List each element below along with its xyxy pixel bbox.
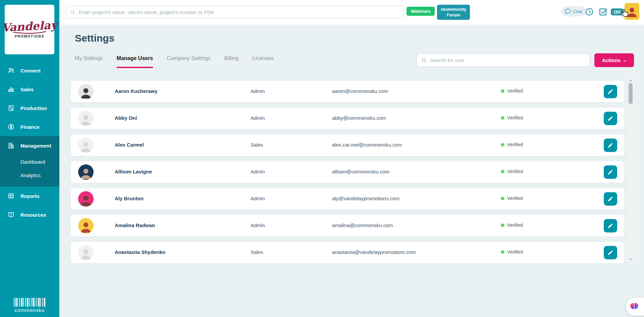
table-row: Abby Oni Admin abby@commonsku.com Verifi…: [71, 108, 624, 129]
chat-label: Chat: [573, 9, 582, 14]
table-row: Aly Brunton Admin aly@vandelaypromotions…: [71, 188, 624, 210]
user-role: Admin: [251, 115, 265, 121]
edit-user-button[interactable]: [604, 219, 617, 232]
avatar-person-icon: [79, 86, 93, 99]
status-badge: Verified: [501, 249, 523, 255]
avatar: [78, 218, 94, 233]
user-list: Aaron Kucherawy Admin aaron@commonsku.co…: [71, 81, 624, 269]
chat-bubble-icon: [565, 8, 571, 14]
tab-licenses[interactable]: Licenses: [253, 55, 274, 68]
user-role: Admin: [251, 196, 265, 201]
avatar: [78, 138, 94, 153]
avatar-person-icon: [79, 166, 93, 180]
page-title: Settings: [75, 33, 114, 44]
avatar-person-icon: [79, 220, 93, 233]
scroll-up-arrow[interactable]: ▲: [628, 78, 633, 83]
status-badge: Verified: [501, 196, 523, 201]
user-email: allison@commonsku.com: [332, 169, 389, 174]
user-name: Anastasiia Shydenko: [115, 249, 165, 255]
avatar-person-icon: [79, 193, 93, 207]
commonsku-wordmark: commonsku: [15, 307, 45, 313]
tab-company-settings[interactable]: Company Settings: [167, 55, 211, 68]
actions-button[interactable]: Actions ⌄: [594, 53, 634, 67]
edit-user-button[interactable]: [604, 246, 617, 259]
sidebar-item-management[interactable]: Management: [0, 136, 59, 155]
sidebar-item-sales[interactable]: Sales: [0, 80, 59, 99]
avatar-person-icon: [79, 112, 93, 126]
avatar: [78, 191, 94, 207]
table-row: Alex Carmel Sales alex.car.mel@commonsku…: [71, 135, 624, 156]
user-email: aly@vandelaypromotions.com: [332, 196, 399, 201]
verified-dot-icon: [501, 90, 504, 93]
resources-icon: [7, 211, 15, 218]
user-avatar[interactable]: [625, 3, 639, 20]
pencil-icon: [607, 196, 613, 202]
finance-icon: [7, 123, 15, 130]
settings-tabs: My Settings Manage Users Company Setting…: [75, 55, 274, 68]
status-badge: Verified: [501, 88, 523, 94]
edit-user-button[interactable]: [604, 112, 617, 125]
pencil-icon: [607, 223, 613, 229]
company-logo[interactable]: Vandelay PROMOTIONS: [5, 5, 54, 54]
reports-icon: [7, 192, 15, 200]
avatar-person-icon: [626, 5, 638, 19]
edit-user-button[interactable]: [604, 139, 617, 152]
user-email: abby@commonsku.com: [332, 115, 386, 121]
tasks-button[interactable]: [599, 7, 607, 16]
user-role: Sales: [251, 142, 263, 148]
avatar: [78, 245, 94, 260]
verified-dot-icon: [501, 170, 504, 173]
production-icon: [7, 104, 15, 112]
sidebar: Vandelay PROMOTIONS Connect Sales Produc…: [0, 0, 59, 317]
edit-user-button[interactable]: [604, 165, 617, 179]
scrollbar-thumb[interactable]: [629, 83, 633, 104]
sidebar-group-management: Management Dashboard Analytics: [0, 136, 59, 187]
table-row: Allison Lavigne Admin allison@commonsku.…: [71, 161, 624, 183]
user-name: Aaron Kucherawy: [115, 88, 158, 94]
sidebar-subitem-label: Analytics: [20, 172, 41, 178]
avatar-person-icon: [79, 139, 93, 153]
sidebar-item-connect[interactable]: Connect: [0, 61, 59, 80]
barcode-graphic: [14, 298, 46, 307]
notification-count-badge[interactable]: 182: [611, 8, 623, 15]
user-name: Abby Oni: [115, 115, 137, 121]
pencil-icon: [607, 142, 613, 148]
user-email: amalina@commonsku.com: [332, 222, 393, 228]
verified-dot-icon: [501, 251, 504, 254]
chat-button[interactable]: Chat: [561, 6, 586, 16]
sales-icon: [7, 86, 15, 93]
user-name: Allison Lavigne: [115, 169, 152, 174]
tab-billing[interactable]: Billing: [224, 55, 239, 68]
assistant-widget-button[interactable]: [626, 298, 644, 316]
webinars-button[interactable]: Webinars: [407, 7, 435, 16]
clock-icon: [585, 7, 594, 16]
edit-user-button[interactable]: [604, 85, 617, 98]
pencil-icon: [607, 250, 613, 256]
user-name: Alex Carmel: [115, 142, 144, 148]
edit-user-button[interactable]: [604, 192, 617, 206]
sidebar-item-label: Resources: [20, 212, 46, 218]
skummunity-forum-button[interactable]: skummunity Forum: [437, 5, 470, 20]
sidebar-item-production[interactable]: Production: [0, 99, 59, 117]
user-role: Admin: [251, 88, 265, 94]
sidebar-item-label: Reports: [20, 193, 40, 199]
sidebar-subitem-analytics[interactable]: Analytics: [0, 168, 59, 182]
tab-manage-users[interactable]: Manage Users: [117, 55, 153, 68]
sidebar-item-finance[interactable]: Finance: [0, 117, 59, 136]
status-badge: Verified: [501, 169, 523, 174]
avatar: [78, 164, 94, 180]
clock-button[interactable]: [585, 7, 594, 16]
user-search-input[interactable]: [430, 57, 590, 63]
status-badge: Verified: [501, 115, 523, 120]
tab-my-settings[interactable]: My Settings: [75, 55, 103, 68]
sidebar-item-resources[interactable]: Resources: [0, 205, 59, 224]
user-role: Admin: [251, 169, 265, 174]
list-scrollbar[interactable]: ▲ ▼: [628, 77, 633, 262]
scroll-down-arrow[interactable]: ▼: [628, 257, 633, 262]
sidebar-subitem-dashboard[interactable]: Dashboard: [0, 155, 59, 168]
main-content: Settings My Settings Manage Users Compan…: [59, 24, 644, 317]
user-email: aaron@commonsku.com: [332, 88, 388, 94]
project-search-input[interactable]: [79, 9, 404, 15]
search-icon: [421, 57, 427, 63]
sidebar-item-reports[interactable]: Reports: [0, 187, 59, 205]
